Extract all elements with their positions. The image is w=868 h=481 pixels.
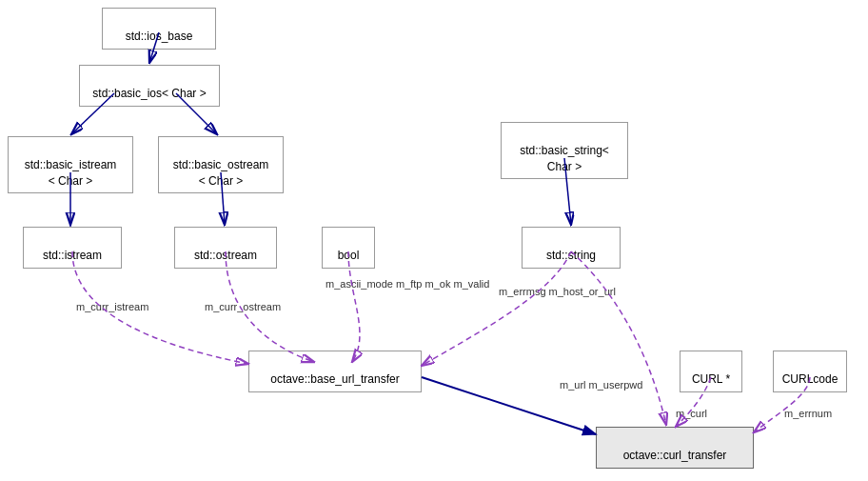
label-m-url: m_url m_userpwd bbox=[560, 379, 642, 391]
node-curl-ptr: CURL * bbox=[680, 351, 742, 392]
node-istream: std::istream bbox=[23, 227, 122, 269]
node-basic-istream: std::basic_istream < Char > bbox=[8, 136, 133, 193]
node-bool: bool bbox=[322, 227, 375, 269]
node-ostream: std::ostream bbox=[174, 227, 277, 269]
label-m-curr-istream: m_curr_istream bbox=[76, 301, 148, 312]
label-m-curr-ostream: m_curr_ostream bbox=[205, 301, 281, 312]
node-ios-base: std::ios_base bbox=[102, 8, 216, 50]
node-basic-ostream: std::basic_ostream < Char > bbox=[158, 136, 284, 193]
node-basic-string: std::basic_string< Char > bbox=[501, 122, 628, 179]
node-curlcode: CURLcode bbox=[773, 351, 847, 392]
label-m-curl: m_curl bbox=[676, 408, 707, 419]
diagram-container: std::ios_base std::basic_ios< Char > std… bbox=[0, 0, 868, 481]
node-base-url-transfer: octave::base_url_transfer bbox=[248, 351, 422, 392]
label-m-errnum: m_errnum bbox=[784, 408, 832, 419]
node-curl-transfer: octave::curl_transfer bbox=[596, 427, 754, 469]
label-m-errmsg: m_errmsg m_host_or_url bbox=[499, 286, 616, 297]
node-basic-ios: std::basic_ios< Char > bbox=[79, 65, 220, 107]
label-m-ascii-mode: m_ascii_mode m_ftp m_ok m_valid bbox=[326, 278, 489, 290]
node-string: std::string bbox=[522, 227, 621, 269]
